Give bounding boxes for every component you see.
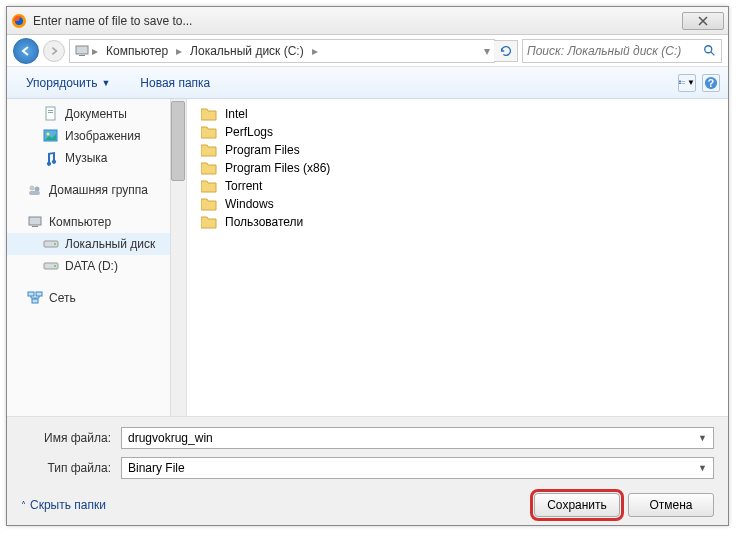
view-options-button[interactable]: ▼ bbox=[678, 74, 696, 92]
refresh-icon bbox=[499, 44, 513, 58]
file-list[interactable]: Intel PerfLogs Program Files Program Fil… bbox=[187, 99, 728, 416]
chevron-right-icon: ▸ bbox=[176, 44, 182, 58]
drive-icon bbox=[43, 258, 59, 274]
svg-rect-3 bbox=[79, 55, 85, 56]
chevron-down-icon: ▼ bbox=[687, 78, 695, 87]
svg-point-22 bbox=[54, 243, 56, 245]
chevron-right-icon: ▸ bbox=[312, 44, 318, 58]
sidebar-item-documents[interactable]: Документы bbox=[7, 103, 186, 125]
sidebar-item-computer[interactable]: Компьютер bbox=[7, 211, 186, 233]
organize-button[interactable]: Упорядочить ▼ bbox=[15, 71, 121, 95]
new-folder-button[interactable]: Новая папка bbox=[129, 71, 221, 95]
svg-rect-6 bbox=[679, 82, 681, 84]
filetype-label: Тип файла: bbox=[21, 461, 121, 475]
network-icon bbox=[27, 290, 43, 306]
list-item[interactable]: Пользователи bbox=[197, 213, 718, 231]
svg-rect-19 bbox=[29, 217, 41, 225]
svg-point-15 bbox=[47, 133, 50, 136]
list-item[interactable]: Program Files (x86) bbox=[197, 159, 718, 177]
svg-rect-20 bbox=[32, 226, 38, 227]
svg-text:?: ? bbox=[708, 76, 714, 88]
chevron-down-icon: ▼ bbox=[101, 78, 110, 88]
window-title: Enter name of file to save to... bbox=[33, 14, 682, 28]
chevron-up-icon: ˄ bbox=[21, 500, 26, 511]
cancel-button[interactable]: Отмена bbox=[628, 493, 714, 517]
help-icon: ? bbox=[704, 76, 718, 90]
chevron-down-icon[interactable]: ▾ bbox=[484, 44, 490, 58]
breadcrumb-computer[interactable]: Компьютер bbox=[100, 44, 174, 58]
scroll-thumb[interactable] bbox=[171, 101, 185, 181]
breadcrumb-drive[interactable]: Локальный диск (C:) bbox=[184, 44, 310, 58]
filename-label: Имя файла: bbox=[21, 431, 121, 445]
list-item[interactable]: Program Files bbox=[197, 141, 718, 159]
filename-input[interactable]: drugvokrug_win ▼ bbox=[121, 427, 714, 449]
bottom-panel: Имя файла: drugvokrug_win ▼ Тип файла: B… bbox=[7, 416, 728, 525]
chevron-down-icon[interactable]: ▼ bbox=[698, 433, 707, 443]
sidebar-item-drive-d[interactable]: DATA (D:) bbox=[7, 255, 186, 277]
drive-icon bbox=[43, 236, 59, 252]
svg-point-24 bbox=[54, 265, 56, 267]
arrow-left-icon bbox=[20, 45, 32, 57]
titlebar: Enter name of file to save to... bbox=[7, 7, 728, 35]
svg-rect-12 bbox=[48, 110, 53, 111]
sidebar-scrollbar[interactable] bbox=[170, 99, 186, 416]
folder-icon bbox=[201, 215, 217, 229]
save-button[interactable]: Сохранить bbox=[534, 493, 620, 517]
list-item[interactable]: PerfLogs bbox=[197, 123, 718, 141]
sidebar-item-pictures[interactable]: Изображения bbox=[7, 125, 186, 147]
svg-point-4 bbox=[705, 45, 712, 52]
help-button[interactable]: ? bbox=[702, 74, 720, 92]
computer-icon bbox=[27, 214, 43, 230]
list-item[interactable]: Torrent bbox=[197, 177, 718, 195]
close-button[interactable] bbox=[682, 12, 724, 30]
save-dialog: Enter name of file to save to... ▸ Компь… bbox=[6, 6, 729, 526]
search-box[interactable] bbox=[522, 39, 722, 63]
sidebar-item-drive-c[interactable]: Локальный диск bbox=[7, 233, 186, 255]
arrow-right-icon bbox=[49, 46, 59, 56]
folder-icon bbox=[201, 143, 217, 157]
folder-icon bbox=[201, 107, 217, 121]
hide-folders-button[interactable]: ˄ Скрыть папки bbox=[21, 498, 106, 512]
homegroup-icon bbox=[27, 182, 43, 198]
nav-row: ▸ Компьютер ▸ Локальный диск (C:) ▸ ▾ bbox=[7, 35, 728, 67]
toolbar: Упорядочить ▼ Новая папка ▼ ? bbox=[7, 67, 728, 99]
view-icon bbox=[679, 78, 685, 88]
svg-rect-7 bbox=[682, 80, 686, 81]
firefox-icon bbox=[11, 13, 27, 29]
refresh-button[interactable] bbox=[494, 40, 518, 62]
folder-icon bbox=[201, 197, 217, 211]
content-area: Документы Изображения Музыка Домашняя гр… bbox=[7, 99, 728, 416]
folder-icon bbox=[201, 179, 217, 193]
svg-point-17 bbox=[35, 187, 40, 192]
svg-point-16 bbox=[30, 186, 35, 191]
sidebar: Документы Изображения Музыка Домашняя гр… bbox=[7, 99, 187, 416]
filetype-select[interactable]: Binary File ▼ bbox=[121, 457, 714, 479]
list-item[interactable]: Intel bbox=[197, 105, 718, 123]
close-icon bbox=[698, 16, 708, 26]
picture-icon bbox=[43, 128, 59, 144]
svg-rect-18 bbox=[29, 191, 40, 195]
search-input[interactable] bbox=[527, 44, 703, 58]
forward-button[interactable] bbox=[43, 40, 65, 62]
svg-rect-5 bbox=[679, 80, 681, 82]
list-item[interactable]: Windows bbox=[197, 195, 718, 213]
svg-rect-11 bbox=[46, 107, 55, 120]
chevron-right-icon: ▸ bbox=[92, 44, 98, 58]
folder-icon bbox=[201, 161, 217, 175]
svg-rect-13 bbox=[48, 112, 53, 113]
back-button[interactable] bbox=[13, 38, 39, 64]
breadcrumb[interactable]: ▸ Компьютер ▸ Локальный диск (C:) ▸ ▾ bbox=[69, 39, 495, 63]
document-icon bbox=[43, 106, 59, 122]
computer-icon bbox=[74, 43, 90, 59]
svg-rect-26 bbox=[36, 292, 42, 296]
chevron-down-icon[interactable]: ▼ bbox=[698, 463, 707, 473]
svg-rect-27 bbox=[32, 299, 38, 303]
sidebar-item-network[interactable]: Сеть bbox=[7, 287, 186, 309]
search-icon bbox=[703, 44, 717, 58]
music-icon bbox=[43, 150, 59, 166]
sidebar-item-music[interactable]: Музыка bbox=[7, 147, 186, 169]
folder-icon bbox=[201, 125, 217, 139]
sidebar-item-homegroup[interactable]: Домашняя группа bbox=[7, 179, 186, 201]
svg-rect-2 bbox=[76, 46, 88, 54]
svg-rect-25 bbox=[28, 292, 34, 296]
